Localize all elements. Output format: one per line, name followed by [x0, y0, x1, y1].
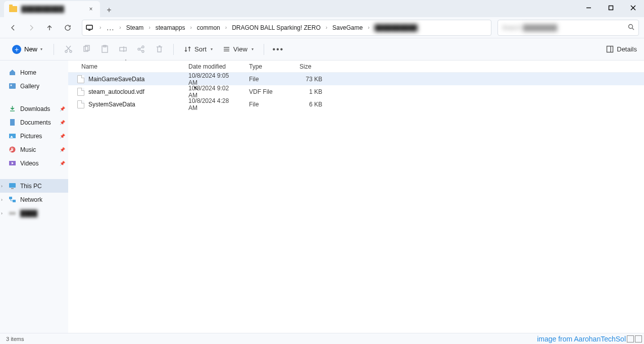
titlebar: ██████████ × + — [0, 0, 644, 17]
svg-rect-16 — [120, 47, 126, 51]
svg-rect-26 — [607, 46, 613, 52]
window-tab[interactable]: ██████████ × — [4, 1, 100, 17]
breadcrumb-item[interactable]: common — [195, 24, 222, 31]
refresh-button[interactable] — [60, 20, 76, 36]
svg-rect-40 — [9, 212, 16, 215]
breadcrumb-item[interactable]: Steam — [124, 24, 146, 31]
new-button[interactable]: + New ▾ — [7, 43, 47, 56]
pc-icon — [8, 182, 16, 190]
videos-icon — [8, 159, 16, 167]
view-button[interactable]: View ▾ — [219, 43, 258, 55]
svg-rect-1 — [609, 6, 613, 10]
sort-button[interactable]: Sort ▾ — [180, 43, 217, 55]
sidebar-item-downloads[interactable]: Downloads📌 — [0, 102, 68, 116]
svg-line-22 — [140, 50, 142, 51]
sidebar-item-videos[interactable]: Videos📌 — [0, 156, 68, 170]
column-size[interactable]: Size — [294, 61, 327, 72]
back-button[interactable] — [5, 20, 21, 36]
chevron-right-icon[interactable]: › — [96, 25, 104, 30]
breadcrumb-overflow[interactable]: … — [104, 23, 116, 32]
column-date[interactable]: Date modified — [183, 61, 244, 72]
chevron-right-icon[interactable]: › — [1, 197, 3, 202]
chevron-down-icon: ▾ — [211, 47, 213, 51]
rename-button[interactable] — [115, 41, 131, 58]
paste-button[interactable] — [96, 41, 113, 58]
sidebar-item-network[interactable]: › Network — [0, 193, 68, 206]
svg-point-19 — [142, 46, 144, 48]
svg-rect-37 — [11, 188, 14, 189]
more-button[interactable]: ••• — [270, 41, 286, 58]
column-type[interactable]: Type — [244, 61, 294, 72]
chevron-right-icon[interactable]: › — [187, 25, 194, 30]
breadcrumb-item[interactable]: steamapps — [154, 24, 187, 31]
tab-title: ██████████ — [21, 6, 83, 13]
toolbar: + New ▾ Sort ▾ View ▾ ••• Details — [0, 38, 644, 61]
pc-icon — [85, 24, 93, 32]
pin-icon: 📌 — [60, 134, 65, 139]
svg-line-7 — [632, 28, 634, 30]
share-button[interactable] — [133, 41, 149, 58]
sidebar-item-music[interactable]: Music📌 — [0, 143, 68, 156]
breadcrumb-item[interactable]: DRAGON BALL Sparking! ZERO — [230, 24, 323, 31]
chevron-right-icon[interactable]: › — [222, 25, 230, 30]
breadcrumb[interactable]: › … › Steam › steamapps › common › DRAGO… — [82, 20, 491, 36]
separator — [264, 44, 264, 55]
sidebar-item-thispc[interactable]: › This PC — [0, 179, 68, 193]
separator — [54, 44, 54, 55]
tab-close-button[interactable]: × — [87, 5, 95, 13]
svg-rect-28 — [9, 83, 16, 89]
sidebar-item-gallery[interactable]: Gallery — [0, 79, 68, 93]
pin-icon: 📌 — [60, 161, 65, 166]
window-controls — [577, 0, 644, 15]
details-view-icon[interactable] — [627, 335, 634, 342]
svg-line-11 — [66, 46, 70, 50]
pin-icon: 📌 — [60, 106, 65, 111]
sort-label: Sort — [194, 45, 207, 53]
maximize-button[interactable] — [600, 0, 622, 15]
breadcrumb-item[interactable]: ██████████ — [372, 24, 419, 31]
svg-point-20 — [142, 50, 144, 52]
file-row[interactable]: steam_autocloud.vdf 10/8/2024 9:02 AM VD… — [68, 85, 644, 98]
file-row[interactable]: MainGameSaveData 10/8/2024 9:05 AM File … — [68, 73, 644, 85]
file-row[interactable]: SystemSaveData 10/8/2024 4:28 AM File 6 … — [68, 98, 644, 110]
sidebar-item-pictures[interactable]: Pictures📌 — [0, 129, 68, 143]
details-button[interactable]: Details — [606, 45, 637, 53]
chevron-right-icon[interactable]: › — [116, 25, 124, 30]
copy-button[interactable] — [78, 41, 94, 58]
new-label: New — [24, 45, 37, 53]
music-icon — [8, 146, 16, 154]
new-tab-button[interactable]: + — [102, 3, 116, 17]
chevron-right-icon[interactable]: › — [1, 184, 3, 189]
sidebar: Home Gallery Downloads📌 Documents📌 Pictu… — [0, 61, 68, 333]
svg-point-29 — [10, 85, 12, 86]
search-input[interactable]: Search ████████ — [498, 20, 639, 36]
chevron-right-icon[interactable]: › — [1, 211, 3, 216]
chevron-right-icon[interactable]: › — [365, 25, 372, 30]
sidebar-item-documents[interactable]: Documents📌 — [0, 116, 68, 129]
file-list: ˄Name Date modified Type Size MainGameSa… — [68, 61, 644, 333]
cut-button[interactable] — [60, 41, 76, 58]
main-area: Home Gallery Downloads📌 Documents📌 Pictu… — [0, 61, 644, 333]
file-icon — [77, 75, 84, 83]
thumbnail-view-icon[interactable] — [635, 335, 642, 342]
up-button[interactable] — [41, 20, 58, 36]
close-button[interactable] — [622, 0, 644, 15]
status-bar: 3 items image from AarohanTechSol — [0, 333, 644, 344]
file-icon — [77, 100, 84, 108]
chevron-right-icon[interactable]: › — [323, 25, 330, 30]
network-icon — [8, 196, 16, 204]
column-name[interactable]: ˄Name — [68, 61, 183, 72]
delete-button[interactable] — [151, 41, 167, 58]
address-bar: › … › Steam › steamapps › common › DRAGO… — [0, 17, 644, 38]
view-label: View — [233, 45, 247, 53]
chevron-right-icon[interactable]: › — [145, 25, 153, 30]
pictures-icon — [8, 132, 16, 140]
svg-point-9 — [70, 50, 72, 52]
minimize-button[interactable] — [577, 0, 600, 15]
sidebar-item-home[interactable]: Home — [0, 66, 68, 79]
item-count: 3 items — [6, 336, 24, 342]
view-toggle[interactable] — [627, 335, 642, 342]
breadcrumb-item[interactable]: SaveGame — [330, 24, 365, 31]
sidebar-item-extra[interactable]: › ████ — [0, 206, 68, 220]
forward-button[interactable] — [23, 20, 39, 36]
